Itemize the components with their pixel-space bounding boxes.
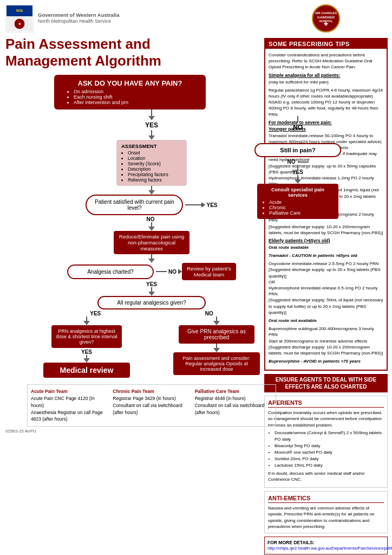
- antiemetics-box: ANTI-EMETICS Nausea and vomiting are com…: [264, 491, 388, 533]
- antiemetics-content: Nausea and vomiting are common adverse e…: [268, 505, 384, 530]
- antiemetics-heading: ANTI-EMETICS: [268, 495, 384, 503]
- give-prn-box: Give PRN analgesics as prescribed: [179, 325, 254, 344]
- reduce-box: Reduce/Eliminate pain using non-pharmaco…: [114, 231, 190, 254]
- satisfied-no: NO: [147, 216, 155, 222]
- analgesia-charted-box: Analgesia charted?: [67, 264, 154, 279]
- still-pain-box: Still in pain?: [254, 143, 341, 157]
- regular-yes: YES: [90, 311, 101, 317]
- footer-code: 02563-15 AVPU: [5, 429, 36, 434]
- svg-text:SIR CHARLES: SIR CHARLES: [315, 11, 337, 15]
- regular-no: NO: [205, 311, 213, 317]
- still-yes: YES: [292, 169, 303, 175]
- hospital-logo: SIR CHARLES GAIRDNER HOSPITAL: [312, 4, 340, 33]
- page-title: Pain Assessment and Management Algorithm: [5, 36, 254, 69]
- all-regular-box: All regular analgesics given?: [97, 296, 206, 309]
- svg-text:GAIRDNER: GAIRDNER: [317, 16, 335, 19]
- header: WA ✦ Government of Western Australia Nor…: [5, 4, 254, 33]
- still-no: NO: [288, 159, 296, 165]
- gov-line1: Government of Western Australia: [38, 12, 119, 18]
- satisfied-yes: YES: [206, 202, 217, 208]
- prn-yes: YES: [81, 349, 92, 355]
- for-more-url: http://chips.qe2.health.wa.gov.au/Depart…: [267, 545, 384, 551]
- prescribing-tips-intro: Consider contraindications and precautio…: [269, 52, 383, 70]
- assessment-box: ASSESSMENT Onset Location Severity (Scor…: [116, 140, 187, 186]
- wa-government-logo: WA ✦: [5, 4, 34, 33]
- svg-text:✦: ✦: [18, 22, 22, 27]
- question-items: On admission Each nursing shift After in…: [63, 89, 197, 105]
- review-medical-box: Review by patient's Medical team: [182, 263, 236, 280]
- prn-analgesics-box: PRN analgesics at highest dose & shortes…: [51, 325, 122, 348]
- for-more-heading: FOR MORE DETAILS:: [267, 540, 315, 545]
- gov-line2: North Metropolitan Health Service: [38, 18, 111, 24]
- simple-analgesia-title: Simple analgesia for all patients:: [269, 73, 383, 78]
- ask-question-box: ASK DO YOU HAVE ANY PAIN? On admission E…: [54, 75, 206, 109]
- contact-palliative: Palliative Care Team Registrar 4648 (in …: [195, 388, 272, 423]
- yes-label: YES: [145, 121, 158, 129]
- pain-assess-box: Pain assessment and consider: Regular an…: [173, 352, 260, 375]
- aperients-list: Docusate/senna (Coloxyl & Senna®) 2 x 50…: [268, 430, 384, 469]
- flowchart: ASK DO YOU HAVE ANY PAIN? On admission E…: [5, 75, 254, 434]
- medical-review-box: Medical review: [43, 363, 130, 378]
- svg-text:WA: WA: [16, 8, 23, 13]
- svg-rect-11: [325, 22, 326, 26]
- satisfied-box: Patient satisfied with current pain leve…: [86, 195, 183, 215]
- no-label: NO: [293, 124, 303, 131]
- contact-acute: Acute Pain Team Acute Pain CNC Page 4120…: [31, 388, 108, 423]
- contact-chronic: Chronic Pain Team Registrar Page 3429 (i…: [113, 388, 190, 423]
- contact-teams-box: Acute Pain Team Acute Pain CNC Page 4120…: [27, 384, 276, 427]
- for-more-box: FOR MORE DETAILS: http://chips.qe2.healt…: [264, 537, 388, 554]
- analgesia-no: NO: [168, 269, 177, 275]
- simple-note: (may be sufficient for mild pain): [269, 79, 383, 85]
- prescribing-tips-heading: SOME PRESCRIBING TIPS: [265, 39, 387, 49]
- aperients-footer: If in doubt, discuss with senior medical…: [268, 470, 384, 482]
- analgesia-yes: YES: [146, 281, 157, 287]
